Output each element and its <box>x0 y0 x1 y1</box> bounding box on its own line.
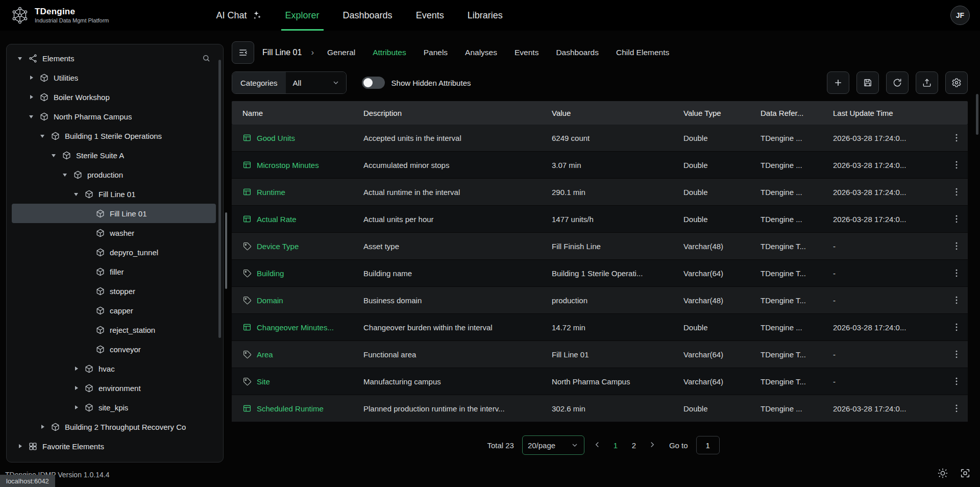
tab-panels[interactable]: Panels <box>424 48 448 57</box>
attribute-link[interactable]: Microstop Minutes <box>257 161 319 169</box>
cell-description: Business domain <box>358 296 547 305</box>
tree-item-building-2-throughput-recovery-co[interactable]: Building 2 Throughput Recovery Co <box>12 417 216 436</box>
cube-icon <box>84 383 94 393</box>
tree-item-building-1-sterile-operations[interactable]: Building 1 Sterile Operations <box>12 126 216 145</box>
main-scrollbar[interactable] <box>976 94 978 135</box>
breadcrumb[interactable]: Fill Line 01 <box>262 48 302 57</box>
app-logo[interactable]: TDengine Industrial Data Mgmt Platform <box>10 6 109 25</box>
attribute-link[interactable]: Site <box>257 377 270 386</box>
goto-page-input[interactable] <box>696 436 720 454</box>
caret-down-icon[interactable] <box>17 55 24 62</box>
row-menu-button[interactable] <box>951 403 962 413</box>
page-button-1[interactable]: 1 <box>610 441 621 450</box>
row-menu-button[interactable] <box>951 160 962 170</box>
caret-right-icon[interactable] <box>73 404 80 411</box>
tree-item-favorite-elements[interactable]: Favorite Elements <box>12 436 216 456</box>
tree-item-hvac[interactable]: hvac <box>12 359 216 378</box>
tree-item-reject-station[interactable]: reject_station <box>12 320 216 339</box>
nav-dashboards[interactable]: Dashboards <box>343 0 393 31</box>
caret-down-icon[interactable] <box>51 152 58 159</box>
next-page-button[interactable] <box>648 440 657 451</box>
caret-right-icon[interactable] <box>73 365 80 372</box>
cell-actions <box>945 376 968 386</box>
page-button-2[interactable]: 2 <box>628 441 640 450</box>
tab-attributes[interactable]: Attributes <box>373 48 406 57</box>
row-menu-button[interactable] <box>951 214 962 224</box>
tree-item-washer[interactable]: washer <box>12 223 216 242</box>
sidebar-scrollbar[interactable] <box>218 60 221 338</box>
row-menu-button[interactable] <box>951 241 962 251</box>
categories-select[interactable]: All <box>286 72 346 93</box>
tree-item-depyro-tunnel[interactable]: depyro_tunnel <box>12 242 216 262</box>
caret-right-icon[interactable] <box>28 74 35 81</box>
tab-dashboards[interactable]: Dashboards <box>556 48 599 57</box>
attribute-link[interactable]: Building <box>257 269 284 278</box>
page-size-select[interactable]: 20/page <box>522 435 584 455</box>
tree-item-sterile-suite-a[interactable]: Sterile Suite A <box>12 145 216 165</box>
caret-down-icon[interactable] <box>39 132 46 139</box>
tree-item-fill-line-01[interactable]: Fill Line 01 <box>12 184 216 204</box>
collapse-sidebar-button[interactable] <box>232 41 254 64</box>
tree-item-utilities[interactable]: Utilities <box>12 68 216 87</box>
tab-child-elements[interactable]: Child Elements <box>616 48 669 57</box>
cell-value: 302.6 min <box>547 404 678 413</box>
row-menu-button[interactable] <box>951 295 962 305</box>
row-menu-button[interactable] <box>951 349 962 359</box>
nav-ai-chat[interactable]: AI Chat <box>216 0 262 31</box>
attribute-link[interactable]: Domain <box>257 296 283 305</box>
caret-right-icon[interactable] <box>28 93 35 101</box>
attribute-link[interactable]: Area <box>257 350 273 359</box>
cell-name: Changeover Minutes... <box>232 323 358 332</box>
caret-right-icon[interactable] <box>17 443 24 450</box>
attribute-link[interactable]: Changeover Minutes... <box>257 323 334 332</box>
export-button[interactable] <box>916 71 938 94</box>
add-attribute-button[interactable] <box>827 71 849 94</box>
categories-filter[interactable]: Categories All <box>232 71 347 94</box>
nav-events[interactable]: Events <box>416 0 444 31</box>
tree-item-stopper[interactable]: stopper <box>12 281 216 301</box>
tree-item-fill-line-01[interactable]: Fill Line 01 <box>12 204 216 223</box>
tree-item-site-kpis[interactable]: site_kpis <box>12 398 216 417</box>
attribute-link[interactable]: Device Type <box>257 242 299 251</box>
attribute-link[interactable]: Scheduled Runtime <box>257 404 324 413</box>
row-menu-button[interactable] <box>951 187 962 197</box>
row-menu-button[interactable] <box>951 322 962 332</box>
tree-item-north-pharma-campus[interactable]: North Pharma Campus <box>12 107 216 126</box>
tree-item-capper[interactable]: capper <box>12 301 216 320</box>
row-menu-button[interactable] <box>951 133 962 143</box>
attribute-link[interactable]: Actual Rate <box>257 215 297 224</box>
tree-item-conveyor[interactable]: conveyor <box>12 339 216 359</box>
settings-button[interactable] <box>945 71 968 94</box>
tree-item-elements[interactable]: Elements <box>12 48 216 68</box>
tree-item-boiler-workshop[interactable]: Boiler Workshop <box>12 87 216 107</box>
save-button[interactable] <box>856 71 879 94</box>
search-icon[interactable] <box>202 54 216 63</box>
caret-right-icon[interactable] <box>39 423 46 430</box>
table-row-runtime: RuntimeActual runtime in the interval290… <box>232 179 968 206</box>
attribute-link[interactable]: Good Units <box>257 134 295 142</box>
theme-toggle-button[interactable] <box>937 468 948 481</box>
caret-spacer <box>84 268 91 275</box>
nav-explorer[interactable]: Explorer <box>285 0 320 31</box>
caret-down-icon[interactable] <box>62 171 69 178</box>
prev-page-button[interactable] <box>593 440 602 451</box>
attribute-link[interactable]: Runtime <box>257 188 285 197</box>
caret-down-icon[interactable] <box>73 190 80 198</box>
tree-item-production[interactable]: production <box>12 165 216 184</box>
caret-right-icon[interactable] <box>73 384 80 392</box>
tree-item-environment[interactable]: environment <box>12 378 216 398</box>
tab-events[interactable]: Events <box>514 48 538 57</box>
tab-analyses[interactable]: Analyses <box>465 48 497 57</box>
tree-item-filler[interactable]: filler <box>12 262 216 281</box>
caret-down-icon[interactable] <box>28 113 35 120</box>
tree-item-label: Building 2 Throughput Recovery Co <box>65 423 186 431</box>
tab-general[interactable]: General <box>327 48 355 57</box>
row-menu-button[interactable] <box>951 268 962 278</box>
user-avatar[interactable]: JF <box>950 6 970 25</box>
refresh-button[interactable] <box>886 71 909 94</box>
show-hidden-toggle[interactable] <box>362 77 385 89</box>
cell-last-update: 2026-03-28 17:24:0... <box>828 188 945 197</box>
row-menu-button[interactable] <box>951 376 962 386</box>
nav-libraries[interactable]: Libraries <box>468 0 503 31</box>
fit-screen-button[interactable] <box>960 468 971 481</box>
